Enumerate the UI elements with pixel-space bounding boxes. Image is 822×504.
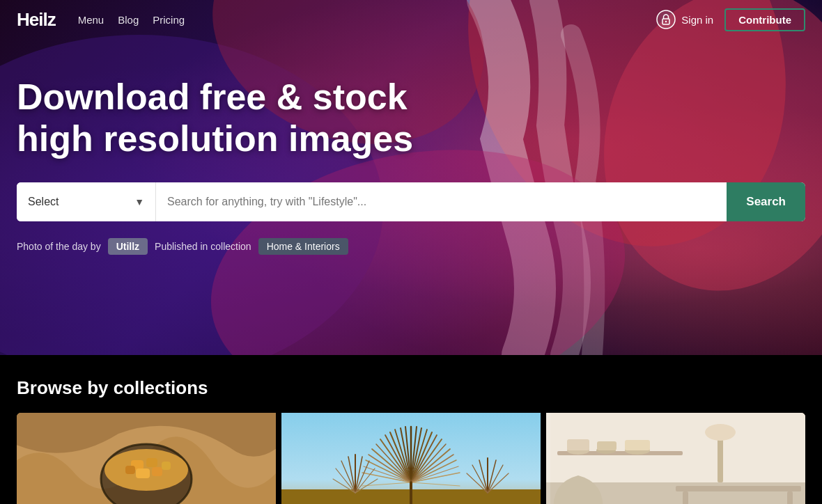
published-text: Published in collection [155, 241, 251, 252]
search-select-wrapper[interactable]: Select Photos Illustrations Vectors ▼ [17, 182, 156, 221]
search-input[interactable] [167, 196, 715, 208]
svg-rect-14 [152, 467, 162, 476]
nav-pricing[interactable]: Pricing [153, 14, 185, 26]
sign-in-label: Sign in [681, 14, 713, 26]
svg-rect-77 [683, 491, 688, 504]
search-bar: Select Photos Illustrations Vectors ▼ Se… [17, 182, 805, 221]
svg-point-7 [665, 21, 667, 22]
svg-rect-13 [136, 468, 150, 478]
select-arrow-icon: ▼ [134, 196, 144, 207]
site-logo[interactable]: Heilz [17, 9, 56, 31]
collection-card-interior[interactable] [546, 413, 805, 504]
lock-icon [656, 10, 676, 29]
collections-section: Browse by collections [0, 355, 822, 504]
collection-card-plant[interactable] [281, 413, 541, 504]
collections-title: Browse by collections [17, 377, 805, 399]
svg-rect-12 [146, 458, 157, 467]
photo-of-day-prefix: Photo of the day by [17, 241, 101, 252]
collection-tag[interactable]: Home & Interiors [258, 238, 348, 255]
collections-grid [17, 413, 805, 504]
svg-rect-16 [162, 462, 171, 470]
search-button[interactable]: Search [727, 182, 805, 221]
nav-menu[interactable]: Menu [78, 14, 104, 26]
sign-in-button[interactable]: Sign in [656, 10, 713, 29]
svg-rect-73 [597, 441, 616, 450]
search-input-wrapper [156, 182, 727, 221]
svg-rect-75 [625, 440, 650, 450]
svg-rect-80 [546, 413, 550, 504]
photo-of-day-bar: Photo of the day by Utillz Published in … [17, 238, 805, 255]
svg-rect-15 [125, 466, 135, 474]
hero-title: Download free & stock high resolution im… [17, 77, 490, 160]
svg-rect-68 [718, 434, 723, 482]
svg-rect-78 [787, 491, 793, 504]
nav-blog[interactable]: Blog [118, 14, 139, 26]
svg-point-5 [657, 10, 675, 29]
category-select[interactable]: Select Photos Illustrations Vectors [28, 196, 129, 207]
collection-card-food[interactable] [17, 413, 276, 504]
svg-point-69 [705, 424, 736, 441]
svg-rect-76 [676, 486, 801, 491]
contribute-button[interactable]: Contribute [724, 8, 805, 31]
svg-rect-71 [567, 439, 589, 450]
author-tag[interactable]: Utillz [108, 238, 148, 255]
